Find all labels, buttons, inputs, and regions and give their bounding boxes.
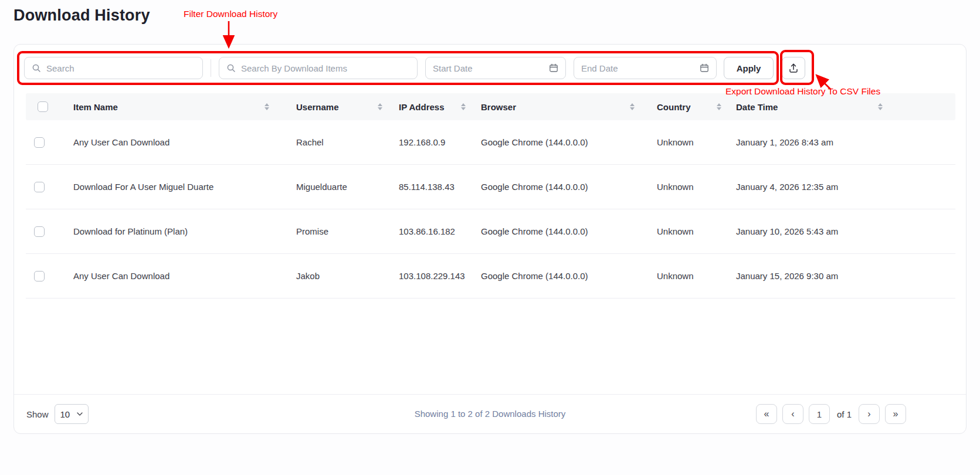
cell-date-time: January 15, 2026 9:30 am: [728, 271, 955, 281]
column-label: Country: [657, 102, 691, 112]
last-page-button[interactable]: »: [885, 404, 906, 424]
cell-country: Unknown: [649, 226, 728, 236]
current-page-button[interactable]: 1: [809, 404, 830, 424]
row-checkbox[interactable]: [34, 226, 45, 237]
cell-ip-address: 103.108.229.143: [391, 271, 473, 281]
pagination: « ‹ 1 of 1 › »: [756, 404, 906, 424]
show-label: Show: [26, 409, 49, 419]
cell-date-time: January 4, 2026 12:35 am: [728, 182, 955, 192]
cell-username: Promise: [288, 226, 391, 236]
export-icon: [788, 63, 799, 73]
cell-ip-address: 192.168.0.9: [391, 137, 473, 147]
row-checkbox[interactable]: [34, 182, 45, 192]
cell-item-name: Any User Can Download: [65, 271, 288, 281]
apply-button[interactable]: Apply: [724, 57, 774, 79]
annotation-filter-label: Filter Download History: [184, 9, 277, 19]
annotation-export-label: Export Download History To CSV Files: [725, 86, 880, 97]
table-row: Any User Can Download Jakob 103.108.229.…: [26, 254, 955, 298]
search-items-field[interactable]: [219, 57, 418, 79]
cell-country: Unknown: [649, 182, 728, 192]
page-title: Download History: [13, 6, 150, 25]
cell-item-name: Any User Can Download: [65, 137, 288, 147]
cell-date-time: January 10, 2026 5:43 am: [728, 226, 955, 236]
select-all-cell: [26, 93, 65, 120]
download-history-card: Apply Item Name Username IP Address Brow…: [13, 44, 967, 434]
page-of-label: of 1: [837, 409, 852, 419]
per-page-value: 10: [60, 409, 70, 419]
results-summary: Showing 1 to 2 of 2 Downloads History: [415, 409, 566, 419]
calendar-icon: [549, 63, 558, 73]
cell-username: Jakob: [288, 271, 391, 281]
cell-item-name: Download for Platinum (Plan): [65, 226, 288, 236]
sort-icon[interactable]: [630, 103, 635, 110]
row-checkbox[interactable]: [34, 137, 45, 148]
chevron-down-icon: [77, 412, 83, 416]
cell-country: Unknown: [649, 271, 728, 281]
cell-ip-address: 85.114.138.43: [391, 182, 473, 192]
row-checkbox-cell: [26, 226, 65, 237]
search-items-input[interactable]: [241, 63, 410, 73]
next-page-button[interactable]: ›: [859, 404, 880, 424]
download-history-page: Download History: [0, 0, 980, 475]
sort-icon[interactable]: [878, 103, 883, 110]
table-header-row: Item Name Username IP Address Browser Co…: [26, 93, 955, 120]
per-page-select[interactable]: 10: [55, 404, 89, 424]
column-header-username[interactable]: Username: [288, 93, 391, 120]
cell-browser: Google Chrome (144.0.0.0): [473, 182, 649, 192]
search-icon: [226, 63, 236, 73]
downloads-table: Item Name Username IP Address Browser Co…: [26, 93, 955, 298]
cell-username: Miguelduarte: [288, 182, 391, 192]
table-row: Any User Can Download Rachel 192.168.0.9…: [26, 120, 955, 165]
table-row: Download For A User Miguel Duarte Miguel…: [26, 165, 955, 209]
search-icon: [32, 63, 41, 73]
prev-page-button[interactable]: ‹: [782, 404, 803, 424]
cell-username: Rachel: [288, 137, 391, 147]
search-field[interactable]: [24, 57, 203, 79]
column-label: Browser: [481, 102, 516, 112]
cell-browser: Google Chrome (144.0.0.0): [473, 137, 649, 147]
table-footer: Show 10 Showing 1 to 2 of 2 Downloads Hi…: [14, 394, 966, 433]
column-header-date-time[interactable]: Date Time: [728, 93, 955, 120]
filter-divider: [211, 59, 211, 77]
column-header-item-name[interactable]: Item Name: [65, 93, 288, 120]
sort-icon[interactable]: [461, 103, 466, 110]
column-header-ip-address[interactable]: IP Address: [391, 93, 473, 120]
show-per-page: Show 10: [26, 404, 89, 424]
row-checkbox-cell: [26, 137, 65, 148]
search-input[interactable]: [46, 63, 195, 73]
column-header-country[interactable]: Country: [649, 93, 728, 120]
row-checkbox-cell: [26, 182, 65, 192]
cell-country: Unknown: [649, 137, 728, 147]
export-csv-button[interactable]: [782, 57, 805, 79]
column-label: Username: [296, 102, 339, 112]
column-label: Item Name: [73, 102, 118, 112]
table-row: Download for Platinum (Plan) Promise 103…: [26, 209, 955, 254]
end-date-field[interactable]: [574, 57, 717, 79]
row-checkbox[interactable]: [34, 271, 45, 281]
cell-browser: Google Chrome (144.0.0.0): [473, 271, 649, 281]
calendar-icon: [700, 63, 709, 73]
column-header-browser[interactable]: Browser: [473, 93, 649, 120]
sort-icon[interactable]: [717, 103, 721, 110]
select-all-checkbox[interactable]: [38, 101, 48, 112]
column-label: IP Address: [399, 102, 445, 112]
row-checkbox-cell: [26, 271, 65, 281]
cell-item-name: Download For A User Miguel Duarte: [65, 182, 288, 192]
start-date-input[interactable]: [433, 63, 544, 73]
start-date-field[interactable]: [425, 57, 566, 79]
column-label: Date Time: [736, 102, 778, 112]
cell-date-time: January 1, 2026 8:43 am: [728, 137, 955, 147]
end-date-input[interactable]: [581, 63, 694, 73]
sort-icon[interactable]: [378, 103, 382, 110]
cell-browser: Google Chrome (144.0.0.0): [473, 226, 649, 236]
cell-ip-address: 103.86.16.182: [391, 226, 473, 236]
first-page-button[interactable]: «: [756, 404, 777, 424]
sort-icon[interactable]: [265, 103, 269, 110]
